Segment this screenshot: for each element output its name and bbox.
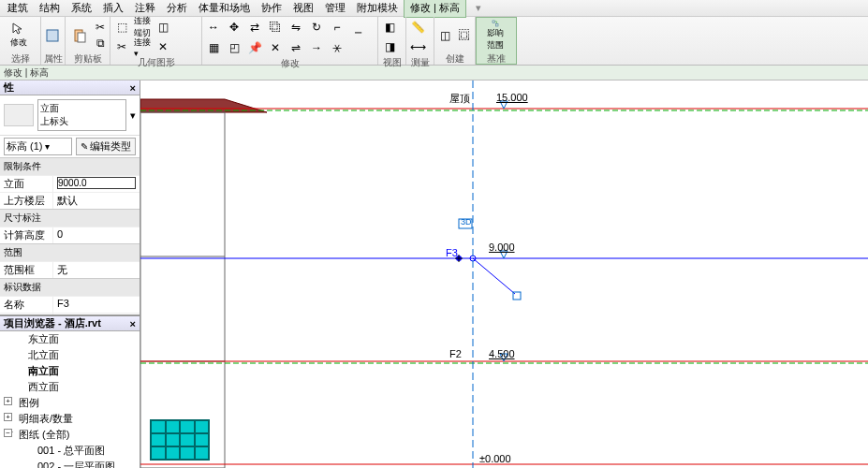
svg-rect-5 <box>140 112 225 468</box>
cut-geom-button[interactable]: ✂ <box>112 37 131 56</box>
svg-line-15 <box>473 258 515 294</box>
properties-button[interactable] <box>43 26 62 45</box>
dimension-button[interactable]: ⟷ <box>408 37 427 56</box>
prop-value-elevation[interactable] <box>52 176 140 192</box>
cope-button[interactable]: ⬚ <box>112 18 131 37</box>
prop-key: 范围框 <box>0 262 52 278</box>
prop-section-header: 范围 <box>0 243 140 261</box>
menu-item[interactable]: 体量和场地 <box>193 0 256 17</box>
prop-value-name[interactable]: F3 <box>52 297 140 313</box>
prop-key: 上方楼层 <box>0 193 52 209</box>
pin-button[interactable]: 📌 <box>245 38 264 57</box>
ribbon-group-label: 视图 <box>380 56 404 67</box>
menu-item[interactable]: 协作 <box>256 0 287 17</box>
drawing-canvas[interactable]: 屋顶 15.000 F3 9.000 3D F2 4.500 ±0.000 <box>140 80 868 468</box>
trim-button[interactable]: ⌐ <box>328 18 346 37</box>
prop-section-header: 尺寸标注 <box>0 209 140 227</box>
menu-item-active[interactable]: 修改 | 标高 <box>404 0 466 18</box>
close-icon[interactable]: × <box>130 82 136 94</box>
properties-panel: 性× 立面 上标头 ▾ 标高 (1) ▾ ✎ 编辑类型 限制条件 立面 上方楼层… <box>0 80 140 314</box>
offset-button[interactable]: ⇄ <box>245 18 264 37</box>
tree-item[interactable]: 002 - 一层平面图 <box>0 459 140 468</box>
type-selector[interactable]: 立面 上标头 <box>37 99 126 131</box>
cut-button[interactable]: ✂ <box>93 20 108 35</box>
split-element-button[interactable]: ⎯ <box>348 18 367 37</box>
measure-button[interactable]: 📏 <box>408 18 427 37</box>
ribbon-group-label: 几何图形 <box>112 56 199 67</box>
rotate-button[interactable]: ↻ <box>307 18 326 37</box>
join-geom-button[interactable]: 连接 ▾ <box>133 37 152 56</box>
split-button[interactable]: ✕ <box>154 37 172 56</box>
delete-button[interactable]: ✕ <box>266 38 285 57</box>
propagate-extents-button[interactable]: 影响 范围 <box>478 19 512 52</box>
scale-button[interactable]: ◰ <box>225 38 243 57</box>
copy-button[interactable]: ⧉ <box>93 36 108 51</box>
tree-item[interactable]: 001 - 总平面图 <box>0 443 140 459</box>
level-name-f2[interactable]: F2 <box>449 348 462 359</box>
prop-section-header: 标识数据 <box>0 278 140 296</box>
menu-item[interactable]: 系统 <box>66 0 97 17</box>
hide-tool[interactable]: ◨ <box>380 37 399 56</box>
close-icon[interactable]: × <box>130 318 136 329</box>
menu-bar: 建筑 结构 系统 插入 注释 分析 体量和场地 协作 视图 管理 附加模块 修改… <box>0 0 868 17</box>
select-tool[interactable]: 修改 <box>2 19 36 52</box>
level-value-ground[interactable]: ±0.000 <box>479 453 511 464</box>
menu-item[interactable]: 附加模块 <box>351 0 404 17</box>
wall-opening-button[interactable]: ◫ <box>154 18 172 37</box>
svg-rect-3 <box>493 21 495 23</box>
expand-icon[interactable]: + <box>4 397 12 405</box>
menu-item[interactable]: 插入 <box>97 0 129 17</box>
collapse-icon[interactable]: − <box>4 429 12 437</box>
create-similar-button[interactable]: ◫ <box>436 26 454 45</box>
extend-button[interactable]: → <box>307 38 326 57</box>
ribbon-group-label: 创建 <box>436 52 473 64</box>
level-value-f3[interactable]: 9.000 <box>489 241 515 253</box>
menu-item[interactable]: 结构 <box>34 0 66 17</box>
menu-item[interactable]: 管理 <box>319 0 351 17</box>
unpin-button[interactable]: ⚹ <box>328 38 346 57</box>
create-group-button[interactable]: ⿴ <box>456 26 474 45</box>
ribbon-group-label: 剪贴板 <box>67 52 108 64</box>
svg-rect-0 <box>47 30 58 41</box>
ribbon: 修改 选择 属性 ✂ ⧉ 剪贴板 ⬚✂ 连接端切连接 ▾ ◫✕ 几何图形 ↔ ✥… <box>0 17 868 66</box>
copy-modify-button[interactable]: ⿻ <box>266 18 285 37</box>
tree-item[interactable]: 北立面 <box>0 347 140 363</box>
tree-item[interactable]: +图例 <box>0 395 140 411</box>
tree-item[interactable]: 东立面 <box>0 331 140 347</box>
chevron-down-icon[interactable]: ▾ <box>130 110 136 122</box>
join-button[interactable]: 连接端切 <box>133 18 152 37</box>
ribbon-group-label: 基准 <box>478 52 514 64</box>
flag-3d[interactable]: 3D <box>461 217 472 227</box>
prop-key: 名称 <box>0 297 52 313</box>
tree-item[interactable]: 西立面 <box>0 379 140 395</box>
align-button[interactable]: ↔ <box>204 18 223 37</box>
paste-button[interactable] <box>67 19 91 52</box>
level-value-roof[interactable]: 15.000 <box>496 92 528 103</box>
menu-dropdown-icon[interactable]: ▾ <box>470 0 487 16</box>
drawing-svg <box>140 80 868 468</box>
ribbon-group-label: 选择 <box>2 52 38 64</box>
array-button[interactable]: ▦ <box>204 38 223 57</box>
view-thumbnail[interactable] <box>150 419 210 461</box>
prop-value[interactable]: 默认 <box>52 193 140 209</box>
expand-icon[interactable]: + <box>4 413 12 421</box>
ribbon-group-label: 测量 <box>408 56 432 67</box>
edit-type-button[interactable]: ✎ 编辑类型 <box>76 138 136 155</box>
mirror-draw-button[interactable]: ⇌ <box>287 38 305 57</box>
view-tool[interactable]: ◧ <box>380 18 399 37</box>
level-name-f3[interactable]: F3 <box>446 247 458 258</box>
level-name-roof[interactable]: 屋顶 <box>449 92 470 106</box>
prop-key: 计算高度 <box>0 227 52 243</box>
level-value-f2[interactable]: 4.500 <box>489 348 515 359</box>
menu-item[interactable]: 视图 <box>287 0 319 17</box>
menu-item[interactable]: 建筑 <box>2 0 34 17</box>
tree-item[interactable]: −图纸 (全部) <box>0 427 140 443</box>
tree-item[interactable]: +明细表/数量 <box>0 411 140 427</box>
move-button[interactable]: ✥ <box>225 18 243 37</box>
mirror-axis-button[interactable]: ⇋ <box>287 18 305 37</box>
menu-item[interactable]: 分析 <box>161 0 193 17</box>
instance-filter[interactable]: 标高 (1) ▾ <box>4 138 72 155</box>
prop-value[interactable]: 无 <box>52 262 140 278</box>
prop-value[interactable]: 0 <box>52 227 140 243</box>
tree-item-active[interactable]: 南立面 <box>0 363 140 379</box>
